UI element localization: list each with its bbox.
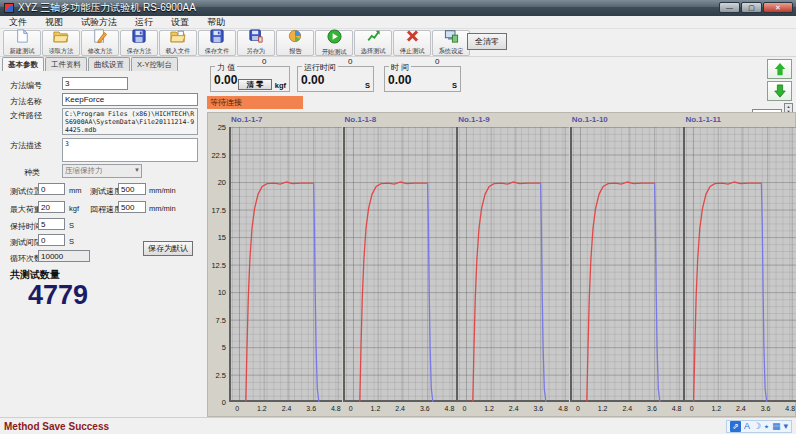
chart-panel-0: No.1-1-701.22.43.64.8 xyxy=(229,113,342,417)
test-position-input[interactable] xyxy=(38,183,65,195)
y-tick-label: 17.5 xyxy=(208,206,226,215)
moon-icon[interactable]: ☽ xyxy=(753,421,761,432)
close-button[interactable]: ✕ xyxy=(763,2,793,13)
load-curve xyxy=(473,182,541,402)
method-no-input[interactable] xyxy=(62,77,128,90)
toolbar-button-label: 修改方法 xyxy=(88,47,113,56)
chart-title: No.1-1-10 xyxy=(572,115,608,124)
tab-0[interactable]: 基本参数 xyxy=(2,57,44,71)
unload-curve xyxy=(314,183,319,402)
chart-title: No.1-1-11 xyxy=(685,115,721,124)
time-readout: 时 间 0.00 S xyxy=(384,66,461,92)
y-tick-label: 10 xyxy=(208,288,226,297)
type-label: 种类 xyxy=(24,167,40,178)
runtime-readout-unit: S xyxy=(365,81,370,90)
tab-2[interactable]: 曲线设置 xyxy=(88,57,130,71)
title-bar: XYZ 三轴多功能压力试验机 RS-6900AA xyxy=(0,0,796,16)
parameter-tabs: 基本参数工件资料曲线设置X-Y控制台 xyxy=(2,57,179,71)
save-default-button[interactable]: 保存为默认 xyxy=(143,241,193,256)
letter-A-icon[interactable]: A xyxy=(744,421,750,432)
tab-1[interactable]: 工件资料 xyxy=(45,57,87,71)
x-tick-label: 4.8 xyxy=(328,405,344,412)
open-folder-icon xyxy=(53,29,69,47)
maximize-button[interactable]: ▢ xyxy=(741,2,762,13)
runtime-readout: 运行时间 0.00 S xyxy=(297,66,374,92)
menu-item-1[interactable]: 视图 xyxy=(36,16,72,29)
x-tick-label: 3.6 xyxy=(644,405,660,412)
force-corner-zero: 0 xyxy=(262,57,266,66)
chart-panel-4: No.1-1-1101.22.43.64.8 xyxy=(683,113,796,417)
menu-item-5[interactable]: 帮助 xyxy=(198,16,234,29)
menu-item-2[interactable]: 试验方法 xyxy=(72,16,126,29)
select-test-icon xyxy=(366,29,381,47)
cycle-count-input[interactable] xyxy=(38,250,90,262)
jog-down-button[interactable] xyxy=(767,81,792,101)
zero-force-button[interactable]: 清 零 xyxy=(238,79,272,90)
toolbar-button-6[interactable]: 另存为 xyxy=(237,30,275,56)
max-load-input[interactable] xyxy=(38,201,65,213)
return-speed-input[interactable] xyxy=(118,201,146,213)
toolbar-button-8[interactable]: 开始测试 xyxy=(315,30,353,56)
toolbar-button-5[interactable]: 保存文件 xyxy=(198,30,236,56)
arrow-down-icon xyxy=(773,84,787,98)
floppy-icon xyxy=(210,29,224,47)
ime-mode-icon[interactable]: ⇗ xyxy=(730,421,741,432)
x-tick-label: 1.2 xyxy=(708,405,724,412)
toolbar-button-0[interactable]: 新建测试 xyxy=(3,30,41,56)
play-icon xyxy=(327,29,342,48)
parameter-panel: 基本参数工件资料曲线设置X-Y控制台 方法编号 方法名称 文件路径 C:\Pro… xyxy=(0,57,206,417)
x-tick-label: 0 xyxy=(570,405,586,412)
time-readout-unit: S xyxy=(452,81,457,90)
hold-time-input[interactable] xyxy=(38,218,65,230)
type-select[interactable]: 压缩保持力 ▼ xyxy=(62,164,142,178)
force-readout-value: 0.00 xyxy=(214,73,237,87)
menu-item-4[interactable]: 设置 xyxy=(162,16,198,29)
x-tick-label: 2.4 xyxy=(619,405,635,412)
x-tick-label: 0 xyxy=(456,405,472,412)
toolbar-button-7[interactable]: 报告 xyxy=(276,30,314,56)
toolbar-button-1[interactable]: 读取方法 xyxy=(42,30,80,56)
test-interval-input[interactable] xyxy=(38,234,65,246)
window-controls: — ▢ ✕ xyxy=(719,2,793,13)
person-icon[interactable]: ٭ xyxy=(764,421,769,432)
toolbar-button-9[interactable]: 选择测试 xyxy=(354,30,392,56)
x-tick-label: 4.8 xyxy=(669,405,685,412)
time-readout-label: 时 间 xyxy=(389,62,411,73)
method-name-input[interactable] xyxy=(62,93,198,106)
tab-3[interactable]: X-Y控制台 xyxy=(131,57,178,71)
chart-plot xyxy=(683,127,796,402)
menu-item-3[interactable]: 运行 xyxy=(126,16,162,29)
test-speed-input[interactable] xyxy=(118,183,146,195)
jog-up-button[interactable] xyxy=(767,59,792,79)
chevron-down-icon: ▼ xyxy=(134,167,140,173)
runtime-readout-value: 0.00 xyxy=(301,73,324,87)
y-tick-label: 2.5 xyxy=(208,371,226,380)
toolbar-button-label: 读取方法 xyxy=(49,47,74,56)
unload-curve xyxy=(427,183,432,402)
y-tick-label: 20 xyxy=(208,178,226,187)
x-tick-label: 3.6 xyxy=(758,405,774,412)
time-corner-zero: 0 xyxy=(435,57,439,66)
y-tick-label: 0 xyxy=(208,398,226,407)
options-icon[interactable]: ▾ xyxy=(783,421,788,432)
toolbar-button-4[interactable]: 载入文件 xyxy=(159,30,197,56)
report-icon xyxy=(288,29,302,47)
minimize-button[interactable]: — xyxy=(719,2,740,13)
x-tick-label: 2.4 xyxy=(279,405,295,412)
toolbar-button-11[interactable]: 系统设定 xyxy=(432,30,470,56)
toolbar-button-2[interactable]: 修改方法 xyxy=(81,30,119,56)
ime-language-bar[interactable]: ⇗A☽٭▦▾ xyxy=(726,420,792,433)
toolbar-button-10[interactable]: 停止测试 xyxy=(393,30,431,56)
toolbar-button-3[interactable]: 保存方法 xyxy=(120,30,158,56)
x-tick-label: 2.4 xyxy=(392,405,408,412)
toolbar-button-label: 新建测试 xyxy=(10,47,35,56)
x-tick-label: 1.2 xyxy=(254,405,270,412)
max-load-unit: kgf xyxy=(69,204,79,213)
unload-curve xyxy=(541,183,546,402)
x-tick-label: 4.8 xyxy=(782,405,796,412)
menu-item-0[interactable]: 文件 xyxy=(0,16,36,29)
keyboard-icon[interactable]: ▦ xyxy=(772,421,781,432)
clear-all-button[interactable]: 全清零 xyxy=(467,33,507,50)
method-desc-box[interactable]: 3 xyxy=(62,138,198,162)
chart-plot xyxy=(343,127,456,402)
